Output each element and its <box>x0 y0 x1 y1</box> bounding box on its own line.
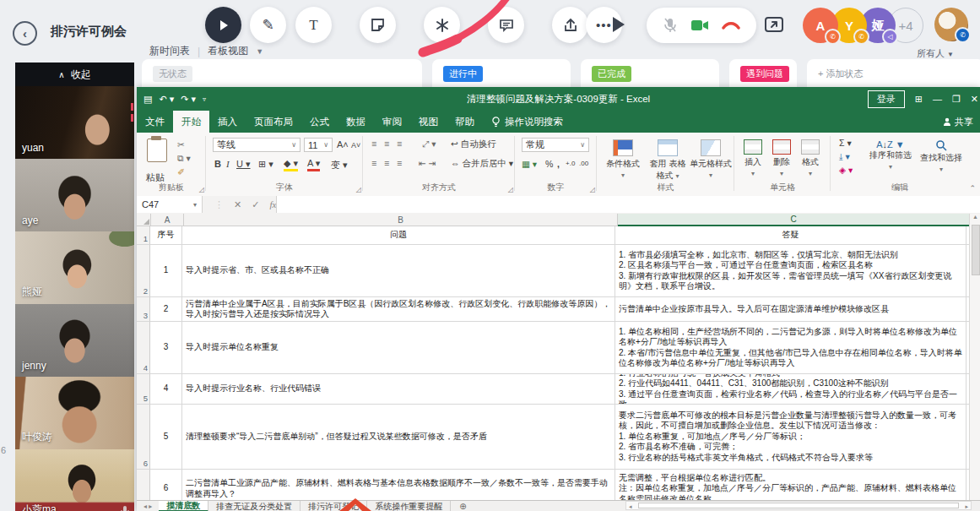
cell[interactable]: 1. 单位名称相同，生产经营场所不同的，二污普记为多源，则导入时将单位名称修改为… <box>615 322 966 374</box>
enter-icon[interactable]: ✓ <box>252 199 259 210</box>
login-button[interactable]: 登录 <box>868 90 905 108</box>
screen-share-button[interactable] <box>763 14 785 39</box>
increase-decimal-icon[interactable]: +.0 <box>566 160 575 167</box>
cell[interactable]: 序号 <box>150 226 182 245</box>
tab-data[interactable]: 数据 <box>338 111 374 133</box>
avatar-dog[interactable]: ✆ <box>934 8 968 41</box>
draw-button[interactable]: ✎ <box>250 7 286 43</box>
comma-icon[interactable]: , <box>557 159 560 169</box>
tell-me-search[interactable]: 操作说明搜索 <box>483 111 571 133</box>
add-sheet-button[interactable]: ⊕ <box>451 501 474 511</box>
wrap-text-button[interactable]: ↩ 自动换行 <box>451 139 496 150</box>
video-tile[interactable]: aye <box>15 159 134 231</box>
vertical-align-icons[interactable]: ≡ ≡ ≡ <box>371 139 404 149</box>
row-number[interactable]: 4 <box>137 322 150 374</box>
share-workbook-button[interactable]: 共享 <box>943 111 973 133</box>
row-number[interactable]: 7 <box>137 470 150 500</box>
mic-muted-icon[interactable] <box>663 17 678 34</box>
status-tag[interactable]: 无状态 <box>153 66 192 82</box>
start-share-play-icon[interactable] <box>613 17 625 32</box>
sticky-note-button[interactable] <box>360 7 396 43</box>
comment-button[interactable] <box>488 7 524 43</box>
dialog-launcher-icon[interactable]: ◿ <box>356 186 361 193</box>
cell[interactable]: 要求二污普底单不可修改的根本目标是污普企业数量与清理整顿污普导入的数量一致，可考… <box>615 405 966 470</box>
percent-icon[interactable]: % <box>545 159 553 169</box>
avatar[interactable]: A ✆ <box>803 8 838 43</box>
sheet-tab[interactable]: 排查无证及分类处置 <box>208 501 300 511</box>
name-box[interactable]: C47 ▾ <box>137 196 203 213</box>
table-row[interactable]: 3 2 污普清单中企业属于A区县，目前实际属于B区县（因行政区划名称修改、行政区… <box>137 297 980 322</box>
cell[interactable]: 6 <box>150 470 182 500</box>
row-number[interactable]: 6 <box>137 405 150 470</box>
video-tile[interactable]: 小蓉ma <box>15 449 134 511</box>
cell[interactable]: 导入时提示单位名称重复 <box>182 322 615 374</box>
chevron-down-icon[interactable]: ▼ <box>256 47 263 56</box>
add-status-button[interactable]: + 添加状态 <box>818 66 869 82</box>
autosum-icon[interactable]: Σ ▾ <box>839 138 852 148</box>
shrink-font-icon[interactable]: A˅ <box>351 141 360 149</box>
phonetic-button[interactable]: 变 ▾ <box>331 159 348 171</box>
row-number[interactable]: 3 <box>137 297 150 322</box>
tab-insert[interactable]: 插入 <box>209 111 246 133</box>
table-row[interactable]: 4 3 导入时提示单位名称重复 1. 单位名称相同，生产经营场所不同的，二污普记… <box>137 322 980 374</box>
minimize-button[interactable]: — <box>933 94 942 104</box>
merge-center-button[interactable]: ⇔ 合并后居中 ▾ <box>451 158 513 170</box>
font-name-select[interactable]: 等线∨ <box>213 138 300 152</box>
text-tool-button[interactable]: T <box>295 7 332 43</box>
table-row[interactable]: 6 5 清理整顿要求“导入二污普底单别动”，但答疑过程又说某些数据可修改，是否矛… <box>137 405 980 470</box>
video-tile[interactable]: 叶俊涛 <box>15 377 134 449</box>
everyone-selector[interactable]: 所有人 ▼ <box>917 47 954 60</box>
clear-icon[interactable]: ◈ ▾ <box>839 165 853 175</box>
video-tile[interactable]: jenny <box>15 304 134 377</box>
copy-icon[interactable]: ⧉ ▾ <box>177 153 191 164</box>
accounting-format-icon[interactable]: ▦ ▾ <box>522 159 537 169</box>
table-row[interactable]: 5 4 导入时提示行业名称、行业代码错误 1. 行业名称的括号统一替换成英文半角… <box>137 374 980 405</box>
scroll-thumb[interactable] <box>972 225 980 275</box>
formula-input[interactable] <box>276 196 980 213</box>
cell[interactable]: 1 <box>150 245 182 297</box>
tab-view[interactable]: 视图 <box>410 111 447 133</box>
table-row[interactable]: 1 序号 问题 答疑 <box>137 226 980 245</box>
cell[interactable]: 导入时提示省、市、区或县名称不正确 <box>182 245 615 297</box>
cancel-icon[interactable]: ✕ <box>234 199 241 210</box>
tab-review[interactable]: 审阅 <box>374 111 410 133</box>
row-number[interactable]: 5 <box>137 374 150 405</box>
insert-cells-button[interactable]: 插入▾ <box>739 139 766 177</box>
sheet-nav-arrows[interactable]: ◂ ▸ <box>137 501 159 511</box>
horizontal-scrollbar[interactable]: ◂ ▸ <box>625 501 972 510</box>
pointer-tool-button[interactable] <box>424 7 460 43</box>
tab-file[interactable]: 文件 <box>137 111 173 133</box>
fill-icon[interactable]: ⤓ ▾ <box>839 151 850 162</box>
horizontal-align-icons[interactable]: ≡ ≡ ≡ <box>371 158 404 168</box>
borders-button[interactable]: ⊞ ▾ <box>258 159 273 170</box>
status-tag[interactable]: 进行中 <box>443 66 483 82</box>
font-color-button[interactable]: A ▾ <box>307 158 320 171</box>
sheet-tab[interactable]: 系统操作重要提醒 <box>367 501 451 511</box>
scroll-right-icon[interactable]: ▸ <box>965 502 968 511</box>
play-button[interactable] <box>205 7 241 43</box>
share-button[interactable] <box>552 7 588 43</box>
camera-icon[interactable] <box>690 19 709 32</box>
cell[interactable]: 污普清单中企业属于A区县，目前实际属于B区县（因行政区划名称修改、行政区划变化、… <box>182 297 615 322</box>
ribbon-display-icon[interactable]: ⊞ <box>915 94 923 105</box>
tab-help[interactable]: 帮助 <box>447 111 483 133</box>
dialog-launcher-icon[interactable]: ◿ <box>508 186 513 193</box>
dialog-launcher-icon[interactable]: ◿ <box>199 186 204 193</box>
number-format-select[interactable]: 常规∨ <box>522 138 589 152</box>
format-cells-button[interactable]: 格式▾ <box>797 139 824 177</box>
collapse-ribbon-icon[interactable]: ⌃ <box>969 184 976 193</box>
cell[interactable]: 4 <box>150 374 182 405</box>
font-size-select[interactable]: 11∨ <box>304 138 333 152</box>
cell[interactable]: 1. 行业名称的括号统一替换成英文半角格式 2. 行业代码如4411、04411… <box>615 374 966 405</box>
cell-styles-button[interactable]: 单元格样式▾ <box>690 139 732 179</box>
video-tile[interactable]: 熊娅 <box>15 231 134 304</box>
conditional-formatting-button[interactable]: 条件格式▾ <box>602 139 644 179</box>
row-number[interactable]: 1 <box>137 226 150 245</box>
tab-pagelayout[interactable]: 页面布局 <box>246 111 301 133</box>
cell[interactable]: 二污普清单工业源产品产能、原辅材料、燃料表格与基本信息表格数据顺序不一致／条数不… <box>182 470 615 500</box>
format-painter-icon[interactable]: ✐ <box>177 166 185 177</box>
cell[interactable]: 问题 <box>182 226 615 245</box>
video-tile[interactable]: yuan <box>15 86 134 159</box>
paste-icon[interactable] <box>147 139 167 162</box>
kanban-view-label[interactable]: 看板视图 <box>208 44 248 58</box>
